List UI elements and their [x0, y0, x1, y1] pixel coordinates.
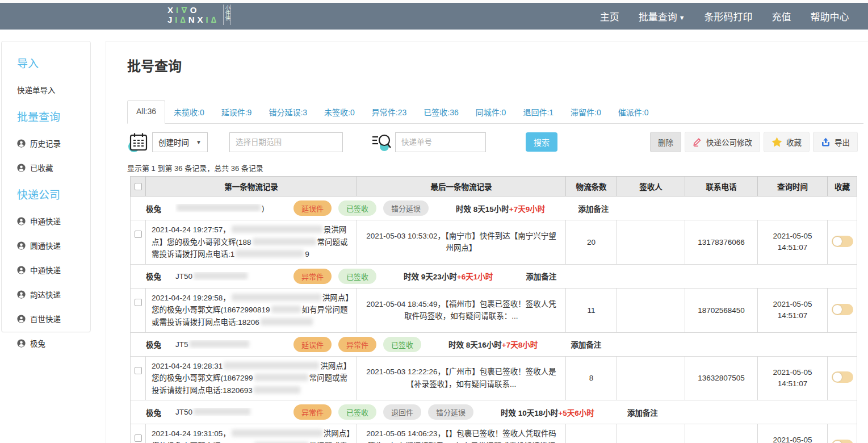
favorite-toggle[interactable] — [832, 440, 853, 443]
time-field-select[interactable]: 创建时间 ▼ — [152, 132, 208, 152]
tab-urge-dispatch[interactable]: 催派件:0 — [610, 100, 657, 124]
status-badge-warning: 延误件 — [293, 337, 332, 352]
aging-time: 时效 10天18小时+5天6小时 — [501, 407, 594, 418]
nav-item-batch-query[interactable]: 批量查询▼ — [639, 9, 685, 23]
export-button[interactable]: 导出 — [813, 132, 858, 152]
favorite-toggle[interactable] — [832, 304, 853, 315]
redacted-text — [271, 306, 301, 313]
tab-returned[interactable]: 退回件:1 — [514, 100, 562, 124]
sidebar-item-label: 韵达快递 — [30, 289, 61, 300]
status-badge-warning: 异常件 — [293, 269, 332, 284]
favorite-toggle[interactable] — [832, 371, 853, 383]
search-button[interactable]: 搜索 — [526, 132, 557, 152]
sidebar-heading-import: 导入 — [17, 55, 90, 70]
aging-overdue: +7天8小时 — [502, 341, 538, 349]
favorite-cell — [828, 356, 857, 400]
bulk-actions: 删除快递公司修改收藏导出 — [650, 132, 858, 152]
tab-not-collected[interactable]: 未揽收:0 — [165, 100, 213, 124]
nav-item-recharge[interactable]: 充值 — [772, 9, 791, 23]
table-header-row: 第一条物流记录最后一条物流记录物流条数签收人联系电话查询时间收藏 — [131, 177, 857, 197]
nav-item-barcode-print[interactable]: 条形码打印 — [705, 9, 753, 23]
shipment-detail-row: 2021-04-24 19:27:57，景洪网点】您的极兔小哥郭文辉(188常问… — [131, 220, 857, 265]
tab-same-city[interactable]: 同城件:0 — [467, 100, 515, 124]
tab-all[interactable]: All:36 — [127, 100, 165, 124]
add-note-link[interactable]: 添加备注 — [526, 270, 556, 282]
record-text: 9 — [305, 250, 309, 258]
delete-button[interactable]: 删除 — [650, 132, 681, 152]
sidebar-item-favorites[interactable]: 已收藏 — [17, 162, 90, 173]
sidebar: 导入快递单导入批量查询历史记录已收藏快递公司申通快递圆通快递中通快递韵达快递百世… — [1, 41, 91, 332]
sidebar-item-history[interactable]: 历史记录 — [17, 137, 90, 149]
status-tabs: All:36未揽收:0延误件:9错分延误:3未签收:0异常件:23已签收:36同… — [127, 100, 863, 124]
row-checkbox[interactable] — [135, 434, 142, 442]
logo-wordmark: XI∇O JI∆NXI∆ — [167, 5, 219, 25]
user-circle-icon — [17, 290, 26, 299]
nav-item-home[interactable]: 主页 — [600, 9, 619, 23]
shipment-summary-cell: 极兔JT5延误件异常件已签收时效 8天16小时+7天8小时添加备注 — [131, 332, 857, 356]
sidebar-item-baishi[interactable]: 百世快递 — [17, 313, 90, 324]
sidebar-heading-batch-query: 批量查询 — [17, 108, 90, 124]
logo-line1: XI∇O — [167, 5, 219, 15]
column-header-5: 查询时间 — [758, 177, 828, 197]
tab-abnormal[interactable]: 异常件:23 — [363, 100, 415, 124]
sidebar-item-jitu[interactable]: 极兔 — [17, 337, 90, 349]
query-date: 2021-05-05 — [758, 299, 827, 310]
logistics-count-cell: 20 — [566, 220, 617, 265]
filter-bar: 创建时间 ▼ 搜索 删除快递公司修改收藏导出 — [127, 131, 863, 153]
column-header-0: 第一条物流记录 — [146, 177, 357, 197]
sidebar-item-shentong[interactable]: 申通快递 — [17, 215, 90, 227]
status-badges: 异常件已签收退回件错分延误 — [293, 404, 473, 420]
shipment-summary: 极兔JT50异常件已签收退回件错分延误时效 10天18小时+5天6小时添加备注 — [131, 404, 857, 420]
column-header-6: 收藏 — [828, 177, 857, 197]
sidebar-item-label: 中通快递 — [30, 264, 61, 275]
favorite-cell — [828, 220, 857, 265]
signer-cell — [617, 288, 685, 332]
favorite-cell — [828, 424, 857, 443]
date-range-input[interactable] — [229, 132, 343, 152]
nav-item-help-center[interactable]: 帮助中心 — [811, 9, 849, 23]
aging-time: 时效 9天23小时+6天1小时 — [404, 270, 493, 282]
select-all-checkbox[interactable] — [135, 183, 142, 190]
tab-not-signed[interactable]: 未签收:0 — [316, 100, 363, 124]
sidebar-item-zhongtong[interactable]: 中通快递 — [17, 264, 90, 275]
add-note-link[interactable]: 添加备注 — [578, 203, 609, 214]
tab-missort-delay[interactable]: 错分延误:3 — [260, 100, 316, 124]
top-navbar: XI∇O JI∆NXI∆ 小件侠 主页批量查询▼条形码打印充值帮助中心1 — [0, 3, 868, 30]
sidebar-item-yuantong[interactable]: 圆通快递 — [17, 240, 90, 251]
tracking-number-input[interactable] — [395, 132, 486, 152]
row-checkbox[interactable] — [135, 367, 142, 374]
sidebar-item-yunda[interactable]: 韵达快递 — [17, 289, 90, 300]
tab-signed[interactable]: 已签收:36 — [415, 100, 467, 124]
record-text: 2021-04-24 19:29:58， — [152, 294, 230, 302]
logo-line2: JI∆NXI∆ — [167, 15, 219, 24]
record-text: JT50 — [175, 272, 192, 281]
tab-stranded[interactable]: 滞留件:0 — [562, 100, 610, 124]
courier-name: 极兔 — [146, 203, 161, 214]
sidebar-item-waybill-import[interactable]: 快递单导入 — [17, 84, 90, 95]
row-select-cell — [131, 356, 146, 400]
add-note-link[interactable]: 添加备注 — [571, 338, 601, 350]
status-badge-warning: 异常件 — [293, 404, 332, 420]
nav-menu: 主页批量查询▼条形码打印充值帮助中心1 — [600, 9, 868, 23]
status-badge-success: 已签收 — [338, 269, 376, 284]
add-note-link[interactable]: 添加备注 — [627, 407, 658, 418]
row-checkbox[interactable] — [135, 299, 142, 306]
modify-courier-button[interactable]: 快递公司修改 — [685, 132, 760, 152]
shipment-summary-row: 极兔JT5延误件异常件已签收时效 8天16小时+7天8小时添加备注 — [131, 332, 857, 356]
caret-down-icon: ▼ — [196, 139, 202, 145]
last-record-cell: 2021-05-05 14:06:23，【】包裹已签收！签收人凭取件码签收，如有… — [357, 424, 566, 443]
app-logo[interactable]: XI∇O JI∆NXI∆ 小件侠 — [167, 5, 231, 25]
courier-name: 极兔 — [146, 338, 161, 350]
record-text: 2021-04-24 19:31:05， — [152, 429, 230, 438]
redacted-text — [261, 318, 313, 325]
sidebar-heading-couriers: 快递公司 — [17, 186, 90, 202]
shipment-summary: 极兔)延误件已签收错分延误时效 8天15小时+7天9小时添加备注 — [131, 200, 857, 216]
tab-delayed[interactable]: 延误件:9 — [213, 100, 261, 124]
row-checkbox[interactable] — [135, 231, 142, 238]
sidebar-section-couriers: 快递公司申通快递圆通快递中通快递韵达快递百世快递极兔 — [17, 186, 90, 349]
favorite-toggle[interactable] — [832, 236, 853, 247]
record-text: 2021-04-24 19:27:57， — [152, 225, 230, 234]
last-record-cell: 2021-05-04 18:45:49，【福州市】包裹已签收！签收人凭取件码签收… — [357, 288, 566, 332]
shipment-summary-cell: 极兔JT50异常件已签收时效 9天23小时+6天1小时添加备注 — [131, 264, 857, 288]
favorite-button[interactable]: 收藏 — [764, 132, 810, 152]
